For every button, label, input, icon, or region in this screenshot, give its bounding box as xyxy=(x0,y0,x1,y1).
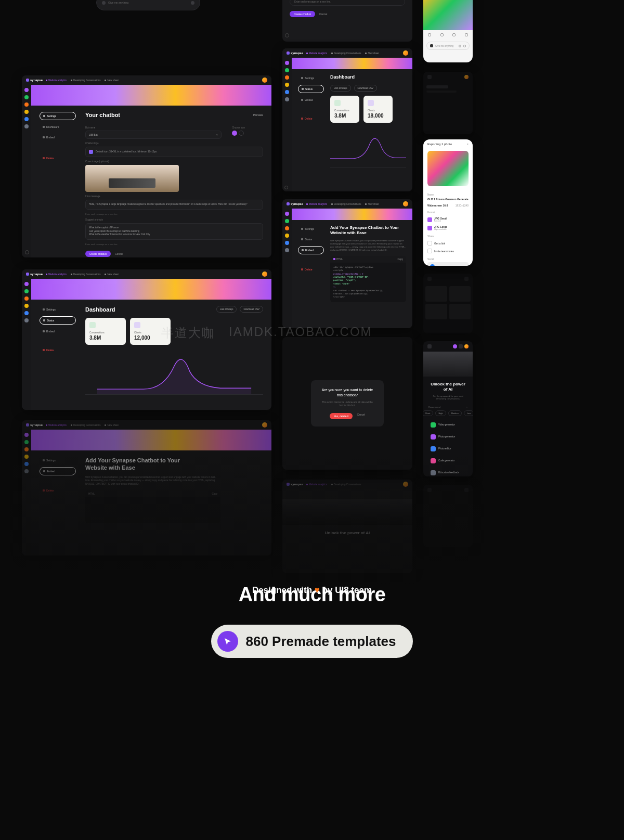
sidebar-status[interactable]: Status xyxy=(298,236,324,243)
sidebar-embed[interactable]: Embed xyxy=(40,328,76,335)
avatar-icon[interactable] xyxy=(464,344,469,348)
action-icon[interactable] xyxy=(465,33,468,36)
share-link[interactable]: Get a link xyxy=(427,239,469,247)
action-icon[interactable] xyxy=(440,33,444,36)
rail-item[interactable] xyxy=(24,110,29,114)
minichat-input[interactable]: Enter each message on a new line. xyxy=(290,0,405,6)
sidebar-embed[interactable]: Embed xyxy=(298,246,324,254)
sidebar-settings[interactable]: Settings xyxy=(298,74,324,82)
rail-item[interactable] xyxy=(24,88,29,92)
tool-item[interactable]: Photo editor xyxy=(428,444,467,454)
nav-tab[interactable]: Website analytics xyxy=(306,483,327,486)
sidebar-settings[interactable]: Settings xyxy=(40,306,76,313)
nav-tab[interactable]: Website analytics xyxy=(46,79,67,82)
share-invite[interactable]: Invite teammates xyxy=(427,247,469,255)
close-icon[interactable]: × xyxy=(466,143,469,146)
sidebar-dashboard[interactable]: Dashboard xyxy=(40,123,76,131)
logo[interactable]: synapse xyxy=(287,483,303,486)
user-avatar[interactable] xyxy=(262,422,267,428)
tool-item[interactable]: Code generator xyxy=(428,456,467,466)
sidebar-delete[interactable]: Delete xyxy=(40,487,76,494)
sidebar-status[interactable]: Status xyxy=(298,85,324,93)
code-block[interactable] xyxy=(85,497,220,523)
action-icon[interactable] xyxy=(452,33,456,36)
sidebar-delete[interactable]: Delete xyxy=(298,266,324,273)
sidebar-embed[interactable]: Embed xyxy=(298,96,324,104)
nav-tab[interactable]: Developing Conversations xyxy=(331,483,361,486)
sidebar-settings[interactable]: Settings xyxy=(298,225,324,232)
filter-tab[interactable]: Medium xyxy=(448,410,462,416)
tool-item[interactable]: Video generator xyxy=(428,420,467,430)
rail-item[interactable] xyxy=(24,117,29,121)
icon-option[interactable] xyxy=(232,131,237,136)
preview-link[interactable]: Preview xyxy=(253,113,263,117)
nav-tab[interactable]: New sheet xyxy=(105,273,118,276)
nav-tab[interactable]: Website analytics xyxy=(46,273,67,276)
copy-button[interactable]: Copy xyxy=(397,258,403,261)
nav-tab[interactable]: New sheet xyxy=(105,424,118,427)
copy-button[interactable]: Copy xyxy=(212,493,217,495)
user-avatar[interactable] xyxy=(403,482,408,487)
app-icon[interactable] xyxy=(453,344,457,348)
botname-input[interactable]: UI8 Bot▾ xyxy=(85,131,222,139)
range-select[interactable]: Last 30 days xyxy=(330,85,351,92)
cancel-button[interactable]: Cancel xyxy=(115,252,123,255)
sidebar-settings[interactable]: Settings xyxy=(40,457,76,464)
menu-icon[interactable] xyxy=(427,75,432,79)
user-avatar[interactable] xyxy=(403,50,408,56)
sidebar-embed[interactable]: Embed xyxy=(40,134,76,141)
chat-input-stub[interactable]: Give me anything xyxy=(96,0,200,10)
code-block[interactable]: <div id="synapse-chatbot"></div> <script… xyxy=(330,263,406,302)
mobile-chat-input[interactable]: Give me anything xyxy=(426,42,470,50)
share-facebook[interactable]: Facebook xyxy=(427,262,469,266)
theme-toggle[interactable] xyxy=(25,250,29,254)
format-option[interactable]: JPG LargeHigh resolution xyxy=(427,224,469,232)
icon-option[interactable] xyxy=(239,131,244,136)
cancel-button[interactable]: Cancel xyxy=(357,413,365,419)
nav-tab[interactable]: New sheet xyxy=(365,52,379,55)
suggest-textarea[interactable]: What is the capital of FranceCan you exp… xyxy=(85,223,263,240)
sidebar-status[interactable]: Status xyxy=(40,316,76,325)
filter-tab[interactable]: Low xyxy=(464,410,473,416)
sidebar-delete[interactable]: Delete xyxy=(40,346,76,354)
sidebar-embed[interactable]: Embed xyxy=(40,467,76,475)
tool-item[interactable]: Education feedback xyxy=(428,468,467,476)
nav-tab[interactable]: New sheet xyxy=(365,203,379,205)
user-avatar[interactable] xyxy=(262,77,267,83)
nav-tab[interactable]: Website analytics xyxy=(46,424,67,427)
nav-tab[interactable]: Website analytics xyxy=(306,203,327,205)
logo[interactable]: synapse xyxy=(26,79,43,82)
sidebar-settings[interactable]: Settings xyxy=(40,112,76,120)
menu-icon[interactable] xyxy=(427,344,432,348)
tool-item[interactable]: Photo generator xyxy=(428,432,467,442)
logo[interactable]: synapse xyxy=(287,51,303,55)
download-button[interactable]: Download CSV xyxy=(354,85,378,92)
cover-image-upload[interactable] xyxy=(85,165,179,192)
user-avatar[interactable] xyxy=(403,201,408,206)
range-select[interactable]: Last 30 days xyxy=(216,306,237,313)
create-chatbot-button[interactable]: Create chatbot xyxy=(85,251,111,257)
close-icon[interactable]: × xyxy=(466,406,467,408)
user-avatar[interactable] xyxy=(262,272,267,277)
download-button[interactable]: Download CSV xyxy=(240,306,263,313)
minichat-cancel-button[interactable]: Cancel xyxy=(319,12,328,16)
rail-item[interactable] xyxy=(24,102,29,107)
confirm-delete-button[interactable]: Yes, delete it xyxy=(330,413,353,419)
rail-item[interactable] xyxy=(24,95,29,99)
templates-pill[interactable]: 860 Premade templates xyxy=(211,625,412,658)
sidebar-delete[interactable]: Delete xyxy=(298,115,324,122)
theme-toggle-icon[interactable] xyxy=(285,33,289,37)
modal-backdrop[interactable]: Are you sure you want to delete this cha… xyxy=(282,337,412,470)
nav-tab[interactable]: Developing Conversations xyxy=(71,79,101,82)
nav-tab[interactable]: Developing Conversations xyxy=(71,273,101,276)
rail-item[interactable] xyxy=(24,124,29,128)
filter-tab[interactable]: High xyxy=(435,410,446,416)
logo[interactable]: synapse xyxy=(26,273,43,276)
settings-icon[interactable] xyxy=(459,344,463,348)
nav-tab[interactable]: Developing Conversations xyxy=(331,203,361,205)
filter-tab[interactable]: Short xyxy=(423,410,433,416)
nav-tab[interactable]: Developing Conversations xyxy=(71,424,101,427)
minichat-create-button[interactable]: Create chatbot xyxy=(290,11,315,17)
nav-tab[interactable]: Website analytics xyxy=(306,52,327,55)
theme-toggle[interactable] xyxy=(284,186,288,189)
